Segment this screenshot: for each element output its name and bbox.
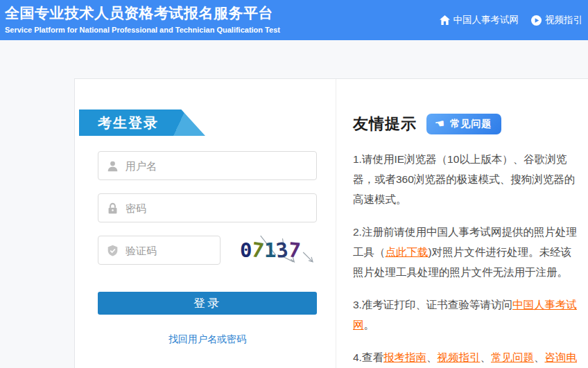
login-form: 07137 登录 找回用户名或密码 [98,151,317,346]
pointing-hand-icon: ☚ [434,118,446,130]
faq-button-label: 常见问题 [450,118,492,130]
tip-link[interactable]: 点此下载 [386,246,429,258]
captcha-digit: 7 [288,240,302,261]
captcha-field-box [98,236,220,265]
forgot-row: 找回用户名或密码 [98,333,317,346]
login-panel-ribbon: 考生登录 [79,109,205,136]
main-card: 考生登录 [74,78,588,368]
password-field-box [98,193,317,222]
tips-list: 1.请使用IE浏览器（10以上版本）、谷歌浏览器，或者360浏览器的极速模式、搜… [353,149,578,368]
login-panel: 考生登录 [75,79,336,368]
tip-link[interactable]: 视频指引 [437,351,480,363]
captcha-digit: 7 [251,239,266,261]
tip-item: 2.注册前请使用中国人事考试网提供的照片处理工具（点此下载)对照片文件进行处理。… [353,222,578,282]
tips-panel: 友情提示 ☚ 常见问题 1.请使用IE浏览器（10以上版本）、谷歌浏览器，或者3… [336,79,588,368]
tip-link[interactable]: 常见问题 [491,351,534,363]
tip-item: 3.准考证打印、证书查验等请访问中国人事考试网。 [353,295,578,335]
login-panel-title: 考生登录 [79,109,205,136]
play-icon [531,15,542,26]
captcha-image[interactable]: 07137 [240,234,317,266]
captcha-input[interactable] [126,245,220,256]
login-button[interactable]: 登录 [98,292,317,315]
header-links: 中国人事考试网 视频指引 [440,0,583,40]
forgot-credentials-link[interactable]: 找回用户名或密码 [168,333,246,344]
header-titles: 全国专业技术人员资格考试报名服务平台 Service Platform for … [5,3,280,34]
password-input[interactable] [126,202,316,214]
page-subtitle: Service Platform for National Profession… [5,26,280,34]
header-link-label: 视频指引 [545,14,582,26]
link-china-personnel-exam-site[interactable]: 中国人事考试网 [440,14,519,26]
lock-icon [107,202,119,214]
link-video-guide[interactable]: 视频指引 [531,14,582,26]
page-title: 全国专业技术人员资格考试报名服务平台 [5,3,280,23]
captcha-row: 07137 [98,236,317,266]
tip-item: 4.查看报考指南、视频指引、常见问题、咨询电话。 [353,347,578,368]
user-icon [107,160,119,172]
tips-header: 友情提示 ☚ 常见问题 [353,114,578,134]
username-input[interactable] [126,160,316,172]
header-link-label: 中国人事考试网 [453,14,519,26]
header-bar: 全国专业技术人员资格考试报名服务平台 Service Platform for … [0,0,588,40]
tip-link[interactable]: 报考指南 [383,351,426,363]
tips-title: 友情提示 [353,114,417,134]
home-icon [440,15,450,25]
faq-button[interactable]: ☚ 常见问题 [426,114,501,134]
tip-link[interactable]: 中国人事考试网 [353,299,577,331]
username-field-box [98,151,317,180]
shield-check-icon [107,245,119,256]
tip-item: 1.请使用IE浏览器（10以上版本）、谷歌浏览器，或者360浏览器的极速模式、搜… [353,149,578,209]
